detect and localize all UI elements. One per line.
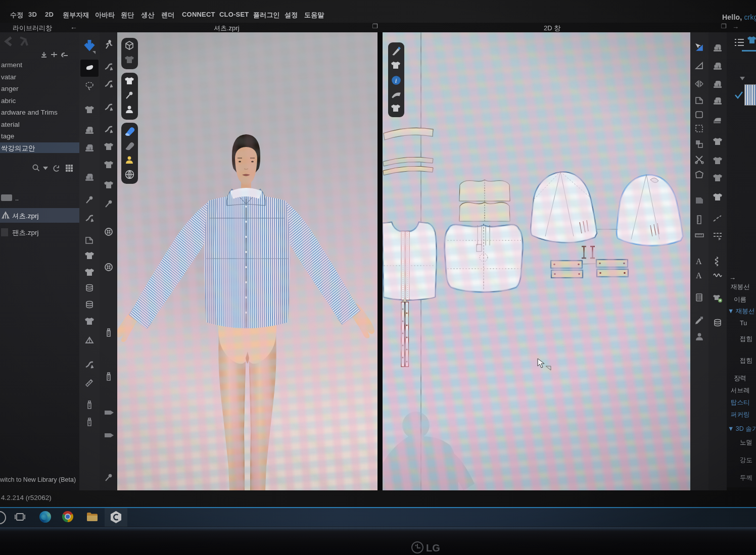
- svg-text:LG: LG: [426, 542, 440, 553]
- svg-text:i: i: [395, 77, 397, 84]
